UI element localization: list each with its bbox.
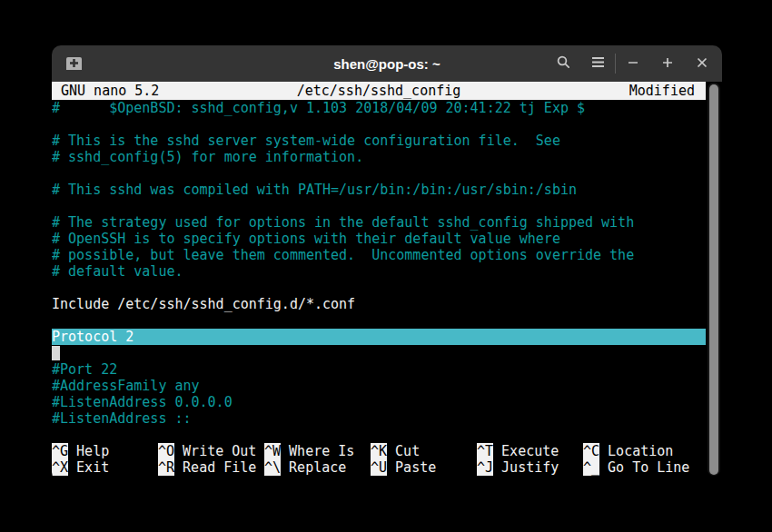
shortcut-item: ^X Exit	[52, 459, 158, 476]
shortcut-keycap: ^X	[52, 459, 68, 476]
editor-line: # OpenSSH is to specify options with the…	[52, 231, 706, 247]
shortcut-label: Read File	[174, 459, 256, 476]
shortcut-keycap: ^G	[52, 443, 68, 459]
editor-buffer: # $OpenBSD: sshd_config,v 1.103 2018/04/…	[52, 100, 706, 443]
shortcut-label: Write Out	[174, 443, 256, 459]
shortcut-item: ^_ Go To Line	[583, 459, 689, 476]
shortcut-item: ^\ Replace	[264, 459, 371, 476]
shortcut-keycap: ^K	[371, 443, 387, 459]
shortcut-keycap: ^C	[583, 443, 599, 459]
shortcut-label: Cut	[387, 443, 420, 459]
shortcut-item: ^T Execute	[477, 443, 583, 459]
cursor-line	[52, 345, 706, 361]
editor-line: #AddressFamily any	[52, 378, 706, 394]
close-button[interactable]	[685, 46, 719, 81]
editor-line	[52, 165, 706, 182]
nano-modified-status: Modified	[629, 82, 695, 100]
editor-line: #ListenAddress 0.0.0.0	[52, 394, 706, 410]
terminal-content[interactable]: GNU nano 5.2 /etc/ssh/sshd_config Modifi…	[52, 82, 722, 481]
shortcut-item: ^K Cut	[371, 443, 477, 459]
editor-line: # This sshd was compiled with PATH=/usr/…	[52, 182, 706, 198]
shortcut-keycap: ^T	[477, 443, 493, 459]
scrollbar-thumb[interactable]	[709, 84, 718, 475]
shortcut-item: ^G Help	[52, 443, 158, 459]
new-tab-button[interactable]	[59, 51, 88, 76]
shortcut-label: Justify	[493, 459, 559, 476]
text-cursor	[52, 346, 60, 360]
editor-line: Protocol 2	[52, 329, 706, 345]
menu-icon	[591, 56, 605, 71]
nano-filename: /etc/ssh/sshd_config	[52, 82, 706, 100]
shortcut-label: Execute	[493, 443, 559, 459]
editor-line: # possible, but leave them commented. Un…	[52, 247, 706, 263]
maximize-button[interactable]	[650, 46, 685, 81]
shortcut-keycap: ^W	[264, 443, 281, 459]
close-icon	[697, 57, 708, 71]
shortcut-row: ^G Help^O Write Out^W Where Is^K Cut^T E…	[52, 443, 722, 459]
editor-line: # default value.	[52, 263, 706, 280]
editor-line	[52, 280, 706, 296]
shortcut-keycap: ^U	[371, 459, 387, 476]
search-icon	[556, 54, 571, 73]
shortcut-label: Replace	[281, 459, 346, 476]
desktop-background: shen@pop-os: ~	[0, 0, 772, 532]
shortcut-item: ^R Read File	[158, 459, 264, 476]
shortcut-item: ^O Write Out	[158, 443, 264, 459]
editor-line	[52, 116, 706, 133]
shortcut-row: ^X Exit^R Read File^\ Replace^U Paste^J …	[52, 459, 722, 476]
editor-line: # sshd_config(5) for more information.	[52, 149, 706, 165]
titlebar-controls	[546, 46, 722, 81]
terminal-window: shen@pop-os: ~	[52, 45, 722, 481]
shortcut-bar: ^G Help^O Write Out^W Where Is^K Cut^T E…	[52, 443, 722, 476]
scrollbar[interactable]	[706, 82, 722, 481]
editor-line: # The strategy used for options in the d…	[52, 214, 706, 231]
shortcut-item: ^J Justify	[477, 459, 583, 476]
shortcut-label: Help	[68, 443, 109, 459]
shortcut-label: Where Is	[281, 443, 354, 459]
editor-line	[52, 198, 706, 214]
shortcut-keycap: ^O	[158, 443, 174, 459]
menu-button[interactable]	[580, 46, 615, 81]
shortcut-item: ^U Paste	[371, 459, 477, 476]
titlebar[interactable]: shen@pop-os: ~	[52, 45, 722, 82]
editor-line	[52, 312, 706, 329]
editor-line: #Port 22	[52, 361, 706, 378]
nano-titlebar: GNU nano 5.2 /etc/ssh/sshd_config Modifi…	[52, 82, 706, 100]
minimize-icon	[628, 57, 638, 71]
shortcut-keycap: ^J	[477, 459, 493, 476]
editor-line: Include /etc/ssh/sshd_config.d/*.conf	[52, 296, 706, 312]
maximize-icon	[662, 57, 673, 71]
shortcut-label: Location	[599, 443, 673, 459]
shortcut-label: Exit	[68, 459, 109, 476]
shortcut-item: ^C Location	[583, 443, 689, 459]
search-button[interactable]	[546, 46, 580, 81]
shortcut-item: ^W Where Is	[264, 443, 371, 459]
new-tab-icon	[65, 55, 83, 73]
shortcut-keycap: ^\	[264, 459, 281, 476]
shortcut-keycap: ^_	[583, 459, 599, 476]
shortcut-label: Paste	[387, 459, 436, 476]
editor-line: # This is the sshd server system-wide co…	[52, 133, 706, 149]
editor-line: # $OpenBSD: sshd_config,v 1.103 2018/04/…	[52, 100, 706, 116]
shortcut-keycap: ^R	[158, 459, 174, 476]
editor-line	[52, 427, 706, 443]
shortcut-label: Go To Line	[599, 459, 689, 476]
editor-line: #ListenAddress ::	[52, 410, 706, 427]
minimize-button[interactable]	[616, 46, 650, 81]
